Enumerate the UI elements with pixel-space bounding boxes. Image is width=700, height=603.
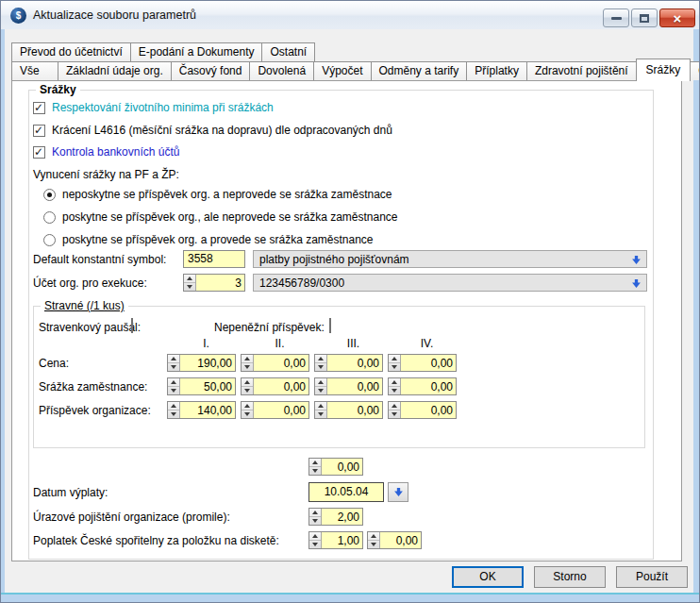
spinner-updown-buttons[interactable]: [309, 459, 322, 475]
radio-neposkytne-label[interactable]: neposkytne se příspěvek org. a neprovede…: [62, 188, 392, 201]
tab-epodani-a-dokumenty[interactable]: E-podání a Dokumenty: [130, 42, 263, 61]
maximize-icon: [640, 14, 649, 23]
tab-zdravotni-pojisteni[interactable]: Zdravotní pojištění: [526, 61, 637, 80]
tab-casovy-fond[interactable]: Časový fond: [171, 61, 251, 80]
tab-zakladni-udaje-org[interactable]: Základní údaje org.: [58, 61, 172, 80]
spin-down-icon: [318, 412, 324, 416]
srazka-spinner-3[interactable]: 0,00: [314, 377, 383, 395]
storno-button[interactable]: Storno: [534, 566, 606, 588]
tab-odmeny-a-tarify[interactable]: Odměny a tarify: [371, 61, 468, 80]
checkbox-kraceni-label[interactable]: Krácení L4616 (měsíční srážka na dopravu…: [52, 124, 392, 137]
app-icon: $: [10, 8, 26, 24]
pausal-checkbox[interactable]: [131, 318, 133, 333]
datum-input[interactable]: 10.05.04: [308, 482, 384, 502]
prispevek-value-3: 0,00: [327, 402, 382, 418]
spinner-updown-buttons[interactable]: [309, 532, 322, 548]
radio-poskytne-provede-label[interactable]: poskytne se příspěvek org. a provede se …: [62, 233, 374, 246]
srazka-spinner-2[interactable]: 0,00: [241, 377, 309, 395]
spin-up-icon: [318, 357, 324, 360]
exekuce-combobox[interactable]: 123456789/0300: [253, 274, 647, 292]
tab-vse[interactable]: Vše: [11, 61, 58, 80]
checkbox-kontrola-label[interactable]: Kontrola bankovních účtů: [52, 145, 179, 159]
close-button[interactable]: ×: [659, 8, 695, 27]
radio-row-poskytne-neprovede[interactable]: poskytne se příspěvek org., ale neproved…: [43, 210, 398, 224]
tab-dovolena[interactable]: Dovolená: [249, 61, 314, 80]
spinner-updown-buttons[interactable]: [315, 355, 327, 371]
spinner-updown-buttons[interactable]: [389, 355, 401, 371]
checkbox-row-kontrola[interactable]: Kontrola bankovních účtů: [33, 145, 179, 159]
spinner-updown-buttons[interactable]: [242, 402, 254, 418]
prispevek-spinner-3[interactable]: 0,00: [314, 401, 383, 419]
symbol-combobox[interactable]: platby pojistného pojišťovnám: [253, 250, 647, 268]
checkbox-respektovani[interactable]: [33, 102, 45, 114]
spin-up-icon: [392, 404, 397, 408]
radio-poskytne-neprovede-label[interactable]: poskytne se příspěvek org., ale neproved…: [62, 210, 398, 224]
radio-neposkytne[interactable]: [43, 189, 56, 201]
tab-ostatni[interactable]: Ostatní: [261, 42, 315, 61]
spin-up-icon: [392, 357, 397, 360]
cena-value-3: 0,00: [327, 355, 382, 371]
tab-odbory[interactable]: Odbory: [690, 61, 700, 80]
spinner-updown-buttons[interactable]: [168, 355, 180, 371]
pouzit-button[interactable]: Použít: [616, 566, 688, 588]
spinner-updown-buttons[interactable]: [309, 509, 322, 525]
cena-spinner-3[interactable]: 0,00: [314, 354, 383, 372]
radio-poskytne-neprovede[interactable]: [43, 211, 56, 224]
extra-spinner[interactable]: 0,00: [308, 458, 363, 476]
spinner-updown-buttons[interactable]: [315, 402, 327, 418]
ok-button[interactable]: OK: [452, 566, 524, 588]
spin-up-icon: [244, 357, 250, 360]
spin-down-icon: [392, 365, 397, 369]
spinner-updown-buttons[interactable]: [389, 402, 401, 418]
spin-up-icon: [187, 276, 192, 280]
spinner-updown-buttons[interactable]: [315, 378, 327, 394]
checkbox-row-respektovani[interactable]: Respektování životního minima při srážká…: [33, 101, 274, 114]
nepenezni-label[interactable]: Nepeněžní příspěvek:: [214, 321, 325, 334]
tab-vypocet[interactable]: Výpočet: [313, 61, 371, 80]
dialog-window: $ Aktualizace souboru parametrů × Převod…: [0, 0, 700, 603]
spinner-updown-buttons[interactable]: [168, 402, 180, 418]
cena-spinner-2[interactable]: 0,00: [241, 354, 309, 372]
cena-spinner-4[interactable]: 0,00: [388, 354, 457, 372]
tab-srazky-active[interactable]: Srážky: [636, 59, 692, 81]
radio-row-neposkytne[interactable]: neposkytne se příspěvek org. a neprovede…: [43, 188, 392, 201]
checkbox-kontrola[interactable]: [33, 146, 45, 159]
spinner-updown-buttons[interactable]: [242, 355, 254, 371]
radio-poskytne-provede[interactable]: [43, 234, 56, 246]
srazka-spinner-1[interactable]: 50,00: [167, 377, 236, 395]
spinner-updown-buttons[interactable]: [168, 378, 180, 394]
prispevek-spinner-1[interactable]: 140,00: [167, 401, 236, 419]
poplatek-label: Poplatek České spořitelny za položku na …: [33, 534, 279, 547]
exekuce-spinner[interactable]: 3: [183, 274, 245, 292]
spinner-updown-buttons[interactable]: [184, 275, 196, 291]
poplatek-spinner-1[interactable]: 1,00: [308, 531, 363, 549]
spin-up-icon: [171, 380, 176, 384]
srazka-spinner-4[interactable]: 0,00: [388, 377, 457, 395]
srazka-label: Srážka zaměstnance:: [39, 380, 147, 394]
column-header-2: II.: [241, 337, 309, 350]
maximize-button[interactable]: [631, 8, 658, 27]
spinner-updown-buttons[interactable]: [389, 378, 401, 394]
radio-row-poskytne-provede[interactable]: poskytne se příspěvek org. a provede se …: [43, 233, 374, 246]
window-border-bottom: [1, 593, 700, 603]
pausal-label[interactable]: Stravenkový paušál:: [39, 321, 141, 334]
minimize-button[interactable]: [603, 8, 629, 27]
spinner-updown-buttons[interactable]: [242, 378, 254, 394]
prispevek-spinner-2[interactable]: 0,00: [241, 401, 309, 419]
checkbox-kraceni[interactable]: [33, 125, 45, 137]
spin-down-icon: [392, 412, 397, 416]
checkbox-respektovani-label[interactable]: Respektování životního minima při srážká…: [52, 101, 274, 114]
tab-priplatky[interactable]: Příplatky: [466, 61, 527, 80]
cena-spinner-1[interactable]: 190,00: [167, 354, 236, 372]
datum-dropdown-button[interactable]: [388, 482, 408, 502]
symbol-input[interactable]: 3558: [183, 250, 245, 268]
spin-down-icon: [371, 543, 376, 546]
minimize-icon: [611, 17, 622, 20]
urazove-spinner[interactable]: 2,00: [308, 508, 363, 526]
spinner-updown-buttons[interactable]: [368, 532, 380, 548]
checkbox-row-kraceni[interactable]: Krácení L4616 (měsíční srážka na dopravu…: [33, 124, 392, 137]
prispevek-spinner-4[interactable]: 0,00: [388, 401, 457, 419]
nepenezni-checkbox[interactable]: [329, 318, 331, 333]
tab-prevod-do-ucetnictvi[interactable]: Převod do účetnictví: [11, 42, 131, 61]
poplatek-spinner-2[interactable]: 0,00: [367, 531, 422, 549]
